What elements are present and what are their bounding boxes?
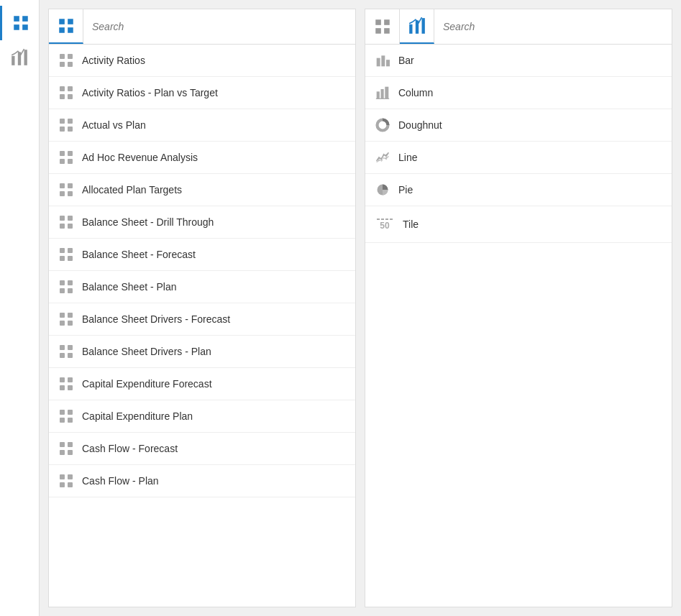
svg-rect-37 — [60, 256, 65, 261]
list-item-label: Activity Ratios - Plan vs Target — [82, 87, 218, 98]
chart-item-label: Bar — [398, 55, 414, 66]
svg-rect-77 — [377, 91, 380, 98]
svg-rect-64 — [68, 474, 73, 479]
svg-rect-57 — [60, 418, 65, 423]
list-item[interactable]: Balance Sheet - Drill Through — [49, 206, 355, 239]
left-list: Activity Ratios Activity Ratios - Plan v… — [49, 45, 355, 607]
svg-rect-53 — [60, 385, 65, 390]
svg-rect-79 — [385, 87, 388, 99]
item-grid-icon — [59, 118, 73, 132]
list-item[interactable]: Capital Expenditure Forecast — [49, 368, 355, 400]
list-item[interactable]: Capital Expenditure Plan — [49, 400, 355, 433]
chart-icon — [10, 48, 29, 67]
svg-rect-40 — [68, 280, 73, 285]
svg-rect-54 — [68, 385, 73, 390]
item-grid-icon — [59, 53, 73, 68]
svg-rect-22 — [68, 127, 73, 132]
svg-rect-7 — [59, 19, 65, 24]
svg-rect-70 — [384, 28, 390, 34]
chart-list-item[interactable]: Pie — [365, 174, 672, 206]
item-grid-icon — [59, 312, 73, 326]
svg-rect-78 — [381, 89, 384, 98]
main-content: Activity Ratios Activity Ratios - Plan v… — [40, 0, 681, 616]
svg-rect-24 — [68, 151, 73, 156]
list-item[interactable]: Balance Sheet - Plan — [49, 271, 355, 303]
svg-rect-34 — [68, 224, 73, 229]
svg-rect-33 — [60, 224, 65, 229]
svg-rect-71 — [409, 24, 412, 34]
svg-rect-0 — [14, 16, 19, 22]
list-item[interactable]: Balance Sheet Drivers - Plan — [49, 336, 355, 368]
item-grid-icon — [59, 409, 73, 423]
column-chart-icon — [375, 86, 390, 100]
list-item[interactable]: Balance Sheet - Forecast — [49, 239, 355, 271]
svg-rect-16 — [68, 86, 73, 91]
item-grid-icon — [59, 86, 73, 100]
line-chart-icon — [375, 150, 390, 165]
list-item[interactable]: Activity Ratios — [49, 45, 355, 77]
sidebar-item-grid[interactable] — [0, 6, 39, 40]
right-search-input[interactable] — [443, 21, 663, 32]
svg-rect-75 — [381, 55, 385, 66]
chart-item-label: Doughnut — [398, 119, 442, 131]
right-panel: Bar Column Doughnut Line Pie 50 Tile — [365, 9, 672, 607]
list-item-label: Actual vs Plan — [82, 119, 146, 131]
svg-rect-18 — [68, 94, 73, 99]
svg-rect-10 — [68, 27, 73, 33]
chart-list-item[interactable]: 50 Tile — [365, 206, 672, 243]
svg-rect-21 — [60, 127, 65, 132]
list-item[interactable]: Cash Flow - Plan — [49, 465, 355, 497]
svg-rect-9 — [59, 27, 65, 33]
list-item-label: Balance Sheet Drivers - Forecast — [82, 313, 230, 325]
left-tab-grid[interactable] — [49, 9, 83, 44]
item-grid-icon — [59, 474, 73, 488]
doughnut-chart-icon — [375, 118, 390, 132]
item-grid-icon — [59, 280, 73, 294]
item-grid-icon — [59, 150, 73, 165]
svg-rect-6 — [24, 50, 27, 65]
sidebar-item-chart[interactable] — [0, 40, 39, 75]
svg-rect-76 — [386, 60, 390, 66]
list-item[interactable]: Cash Flow - Forecast — [49, 433, 355, 465]
item-grid-icon — [59, 344, 73, 359]
svg-rect-31 — [60, 216, 65, 221]
svg-rect-29 — [60, 191, 65, 196]
list-item-label: Balance Sheet - Plan — [82, 281, 177, 293]
svg-rect-55 — [60, 410, 65, 415]
svg-rect-73 — [421, 18, 424, 34]
svg-rect-60 — [68, 442, 73, 447]
chart-list-item[interactable]: Bar — [365, 45, 672, 77]
left-search-input[interactable] — [92, 21, 347, 32]
right-tab-chart[interactable] — [400, 9, 434, 44]
svg-rect-20 — [68, 119, 73, 124]
svg-rect-27 — [60, 183, 65, 188]
svg-rect-3 — [22, 24, 28, 30]
svg-rect-48 — [68, 345, 73, 350]
svg-rect-41 — [60, 288, 65, 293]
chart-list-item[interactable]: Line — [365, 142, 672, 174]
list-item-label: Capital Expenditure Forecast — [82, 378, 212, 390]
list-item[interactable]: Actual vs Plan — [49, 109, 355, 142]
svg-rect-61 — [60, 450, 65, 455]
list-item-label: Balance Sheet - Drill Through — [82, 216, 214, 228]
svg-rect-65 — [60, 482, 65, 487]
right-tab-grid[interactable] — [365, 9, 400, 44]
list-item[interactable]: Allocated Plan Targets — [49, 174, 355, 206]
list-item[interactable]: Balance Sheet Drivers - Forecast — [49, 303, 355, 336]
left-grid-icon — [57, 17, 76, 35]
chart-item-label: Pie — [398, 184, 413, 196]
list-item-label: Allocated Plan Targets — [82, 184, 182, 196]
tile-chart-icon: 50 — [375, 215, 394, 234]
right-chart-icon — [408, 17, 426, 35]
svg-rect-8 — [68, 19, 73, 24]
list-item[interactable]: Activity Ratios - Plan vs Target — [49, 77, 355, 109]
item-grid-icon — [59, 183, 73, 197]
left-sidebar — [0, 0, 40, 616]
svg-rect-68 — [384, 19, 390, 25]
chart-list-item[interactable]: Column — [365, 77, 672, 109]
item-grid-icon — [59, 247, 73, 262]
svg-rect-28 — [68, 183, 73, 188]
svg-rect-14 — [68, 62, 73, 67]
list-item[interactable]: Ad Hoc Revenue Analysis — [49, 142, 355, 174]
chart-list-item[interactable]: Doughnut — [365, 109, 672, 142]
